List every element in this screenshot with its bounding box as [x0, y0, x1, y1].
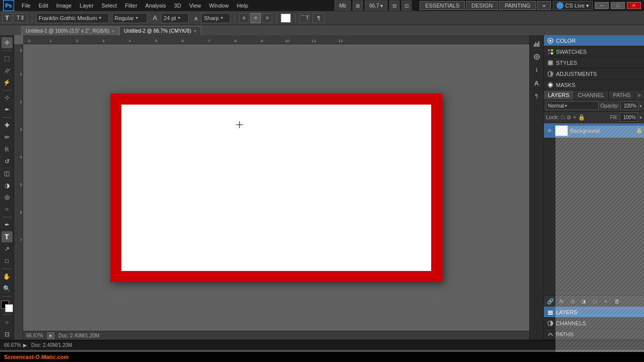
panel-masks[interactable]: MASKS — [544, 79, 644, 90]
canvas-container[interactable] — [23, 44, 529, 331]
tool-marquee[interactable]: ⬚ — [2, 53, 13, 64]
layers-tab-channel[interactable]: CHANNEL — [574, 90, 609, 100]
paths-bottom-icon — [547, 331, 554, 338]
tool-blur[interactable]: ◎ — [2, 192, 13, 203]
tool-crop[interactable]: ⊹ — [2, 93, 13, 104]
tool-shape[interactable]: □ — [2, 255, 13, 266]
menu-file[interactable]: File — [18, 2, 34, 10]
tool-eyedropper[interactable]: ✒ — [2, 104, 13, 115]
tool-hand[interactable]: ✋ — [2, 271, 13, 282]
opacity-value[interactable]: 100% — [620, 101, 638, 110]
text-color-swatch[interactable] — [281, 14, 291, 23]
tool-type-orient-button[interactable]: T⇕ — [14, 13, 28, 23]
maximize-button[interactable]: □ — [611, 2, 625, 9]
workspace-design[interactable]: DESIGN — [466, 1, 498, 10]
tool-lasso[interactable]: ⌭ — [2, 65, 13, 76]
tool-brush[interactable]: ✏ — [2, 132, 13, 143]
fill-label: Fill: — [610, 115, 618, 120]
tool-gradient[interactable]: ◑ — [2, 180, 13, 191]
align-right-button[interactable]: ≡ — [262, 13, 272, 23]
menu-edit[interactable]: Edit — [35, 2, 52, 10]
status-expand[interactable]: ▶ — [23, 342, 27, 348]
fill-arrow[interactable]: ▸ — [640, 115, 642, 120]
menu-view[interactable]: View — [186, 2, 205, 10]
tool-zoom[interactable]: 🔍 — [2, 283, 13, 294]
menu-filter[interactable]: Filter — [121, 2, 140, 10]
svg-rect-21 — [548, 312, 553, 313]
menu-image[interactable]: Image — [53, 2, 75, 10]
toolbar-extra-icon[interactable]: ⊡ — [401, 1, 412, 11]
tab-untitled-1[interactable]: Untitled-1 @ 100% (3.5" x 2", RGB/8) × — [21, 26, 119, 35]
text-panel-icon[interactable]: A — [531, 77, 542, 88]
menu-3d[interactable]: 3D — [171, 2, 185, 10]
align-center-button[interactable]: ≡ — [251, 13, 261, 23]
info-icon[interactable]: i — [531, 64, 542, 75]
histogram-icon[interactable] — [531, 38, 542, 49]
panel-styles[interactable]: STYLES — [544, 57, 644, 68]
tool-magic-wand[interactable]: ⚡ — [2, 77, 13, 88]
panel-swatches[interactable]: SWATCHES — [544, 46, 644, 57]
tool-pen[interactable]: ✒ — [2, 219, 13, 230]
menu-select[interactable]: Select — [98, 2, 121, 10]
font-style-dropdown[interactable]: Regular ▾ — [112, 13, 147, 23]
font-family-dropdown[interactable]: Franklin Gothic Medium ▾ — [36, 13, 109, 23]
layer-row-background[interactable]: 👁 Background 🔒 — [544, 123, 644, 138]
tool-screen-mode[interactable]: ⊡ — [2, 329, 13, 340]
tool-type-button[interactable]: T — [2, 13, 12, 23]
background-color[interactable] — [5, 304, 13, 312]
lock-position-icon[interactable]: + — [573, 114, 576, 120]
tab-untitled-2[interactable]: Untitled-2 @ 66.7% (CMYK/8) × — [119, 26, 201, 35]
fill-value[interactable]: 100% — [620, 113, 638, 122]
tool-healing[interactable]: ✚ — [2, 120, 13, 131]
tool-quickmask[interactable]: ○ — [2, 317, 13, 328]
toolbar-arrange-icon[interactable]: ⊞ — [353, 1, 363, 11]
warp-text-button[interactable]: ⌒T — [299, 13, 309, 23]
lock-transparent-icon[interactable]: □ — [561, 114, 565, 120]
toolbar-zoom-display[interactable]: 66.7 ▾ — [365, 1, 387, 11]
blend-mode-dropdown[interactable]: Normal ▾ — [546, 101, 599, 110]
minimize-button[interactable]: ─ — [595, 2, 609, 9]
separator-2 — [234, 13, 235, 23]
workspace-painting[interactable]: PAINTING — [499, 1, 536, 10]
character-panel-button[interactable]: ¶ — [312, 13, 325, 23]
lock-all-icon[interactable]: 🔒 — [578, 114, 585, 121]
tool-type[interactable]: T — [2, 231, 13, 242]
menu-layer[interactable]: Layer — [76, 2, 97, 10]
workspace-expand[interactable]: » — [537, 1, 551, 10]
antialiasing-dropdown[interactable]: Sharp ▾ — [201, 13, 230, 23]
canvas[interactable] — [110, 94, 442, 282]
menu-window[interactable]: Window — [206, 2, 232, 10]
ruler-left: 0 1 2 3 4 5 6 7 — [14, 44, 23, 340]
paragraph-icon[interactable]: ¶ — [531, 90, 542, 102]
font-size-dropdown[interactable]: 24 pt ▾ — [161, 13, 189, 23]
doc-info: Doc: 2.40M/1.20M — [58, 333, 100, 338]
align-left-button[interactable]: ≡ — [239, 13, 249, 23]
tool-dodge[interactable]: ○ — [2, 204, 13, 215]
tab-1-close[interactable]: × — [111, 29, 115, 34]
tool-eraser[interactable]: ◫ — [2, 168, 13, 179]
cs-live-button[interactable]: CS Live ▾ — [553, 1, 593, 10]
menu-analysis[interactable]: Analysis — [142, 2, 170, 10]
tool-history-brush[interactable]: ↺ — [2, 156, 13, 167]
toolbar-mb-icon[interactable]: Mb — [335, 1, 351, 11]
layers-tab-layers[interactable]: LAYERS — [544, 90, 574, 100]
opacity-arrow[interactable]: ▸ — [640, 104, 642, 108]
layer-link-button[interactable]: 🔗 — [546, 297, 555, 305]
layers-lock-bar: Lock: □ ⊘ + 🔒 Fill: 100% ▸ — [544, 112, 644, 123]
navigator-button[interactable]: ▶ — [47, 332, 54, 339]
workspace-essentials[interactable]: ESSENTIALS — [420, 1, 465, 10]
tool-move[interactable]: ✛ — [2, 37, 13, 48]
layers-tab-expand[interactable]: » — [635, 90, 643, 100]
lock-image-icon[interactable]: ⊘ — [567, 114, 571, 121]
panel-adjustments[interactable]: ADJUSTMENTS — [544, 68, 644, 79]
close-button[interactable]: ✕ — [627, 2, 641, 9]
layers-tab-paths[interactable]: PATHS — [609, 90, 635, 100]
tool-clone[interactable]: ⎘ — [2, 144, 13, 155]
toolbar-layout-icon[interactable]: ⊟ — [389, 1, 399, 11]
tool-path-selection[interactable]: ↗ — [2, 243, 13, 254]
tab-2-close[interactable]: × — [193, 29, 197, 34]
panel-color[interactable]: COLOR — [544, 35, 644, 46]
navigator-panel-icon[interactable] — [531, 51, 542, 62]
menu-help[interactable]: Help — [233, 2, 252, 10]
layer-visibility-toggle[interactable]: 👁 — [546, 127, 553, 134]
